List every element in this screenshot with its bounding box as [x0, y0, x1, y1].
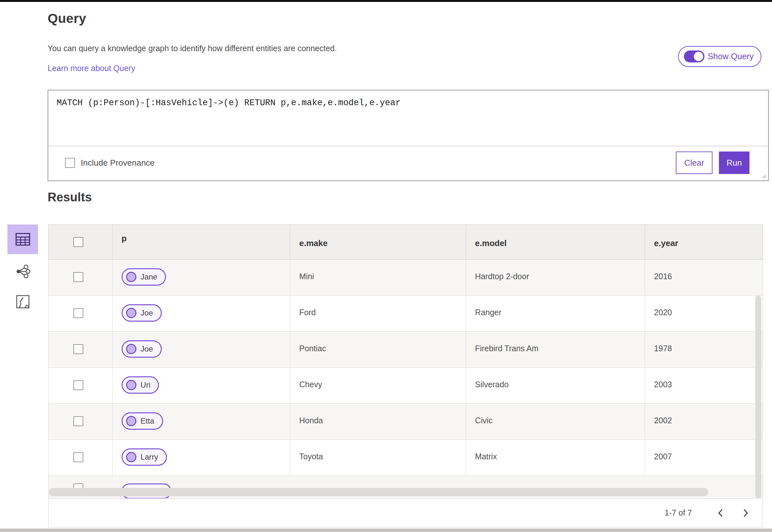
table-row: LarryToyotaMatrix2007 — [49, 440, 763, 476]
pagination-range-label: 1-7 of 7 — [665, 508, 692, 518]
entity-pill-label: Uri — [141, 381, 151, 390]
row-checkbox[interactable] — [73, 272, 83, 282]
query-input[interactable]: MATCH (p:Person)-[:HasVehicle]->(e) RETU… — [48, 90, 768, 146]
header-select-cell — [49, 225, 113, 259]
table-row: EttaHondaCivic2002 — [49, 404, 763, 440]
query-actions: Clear Run — [676, 151, 749, 174]
table-row: JoePontiacFirebird Trans Am1978 — [49, 332, 763, 368]
table-row: JaneMiniHardtop 2-door2016 — [49, 260, 763, 296]
row-checkbox[interactable] — [73, 308, 83, 318]
select-all-checkbox[interactable] — [73, 237, 83, 247]
table-icon — [15, 233, 30, 246]
entity-node-icon — [126, 272, 136, 282]
cell-p: Larry — [113, 440, 290, 475]
row-select-cell — [49, 368, 113, 403]
cell-e-make: Chevy — [290, 368, 466, 403]
entity-pill-label: Larry — [141, 453, 158, 462]
cell-e-make: Toyota — [290, 440, 466, 475]
column-header-e-model[interactable]: e.model — [466, 225, 645, 259]
results-table: p e.make e.model e.year JaneMiniHardtop … — [48, 225, 763, 527]
row-select-cell — [49, 404, 113, 439]
cell-e-model: Ranger — [466, 296, 645, 331]
next-page-button[interactable] — [739, 506, 753, 520]
clear-button[interactable]: Clear — [676, 151, 712, 174]
cell-e-year: 2020 — [645, 296, 763, 331]
resize-grip-icon[interactable] — [761, 174, 767, 179]
horizontal-scrollbar[interactable] — [49, 488, 708, 496]
page-title: Query — [48, 11, 86, 26]
cell-e-make: Pontiac — [290, 332, 466, 367]
column-header-e-year[interactable]: e.year — [645, 225, 763, 259]
cell-e-year: 1978 — [645, 332, 763, 367]
table-row: JoeFordRanger2020 — [49, 296, 763, 332]
cell-e-make: Mini — [290, 260, 466, 295]
query-panel-toolbar: Include Provenance Clear Run — [48, 146, 768, 179]
entity-node-icon — [126, 308, 136, 318]
table-body: JaneMiniHardtop 2-door2016JoeFordRanger2… — [48, 260, 763, 498]
cell-p: Uri — [113, 368, 290, 403]
table-header-row: p e.make e.model e.year — [48, 225, 763, 260]
entity-pill[interactable]: Joe — [122, 304, 162, 322]
toggle-knob — [694, 52, 703, 61]
column-header-p[interactable]: p — [113, 225, 290, 259]
cell-e-year: 2016 — [645, 260, 763, 295]
column-header-e-make[interactable]: e.make — [290, 225, 466, 259]
cell-p: Etta — [113, 404, 290, 439]
entity-node-icon — [126, 344, 136, 354]
entity-pill-label: Jane — [141, 272, 157, 281]
window-top-edge — [0, 0, 772, 2]
learn-more-link[interactable]: Learn more about Query — [48, 64, 135, 73]
entity-pill[interactable]: Etta — [122, 412, 163, 430]
row-checkbox[interactable] — [73, 344, 83, 354]
toggle-track-on[interactable] — [684, 50, 704, 62]
entity-pill[interactable]: Larry — [122, 448, 167, 466]
table-view-button[interactable] — [7, 225, 38, 254]
entity-pill-label: Etta — [141, 417, 154, 426]
cell-e-model: Silverado — [466, 368, 645, 403]
cell-e-model: Civic — [466, 404, 645, 439]
entity-pill-label: Joe — [141, 344, 153, 353]
cell-e-model: Firebird Trans Am — [466, 332, 645, 367]
chevron-right-icon — [743, 509, 749, 518]
map-view-button[interactable] — [7, 289, 38, 315]
include-provenance-option: Include Provenance — [65, 158, 155, 168]
entity-pill[interactable]: Joe — [122, 340, 162, 358]
graph-view-button[interactable] — [7, 259, 38, 284]
map-icon — [16, 295, 30, 308]
row-select-cell — [49, 440, 113, 475]
cell-p: Joe — [113, 332, 290, 367]
cell-e-year: 2007 — [645, 440, 763, 475]
table-row: UriChevySilverado2003 — [49, 368, 763, 404]
entity-pill-label: Joe — [141, 308, 153, 317]
link-chart-icon — [15, 264, 30, 279]
include-provenance-checkbox[interactable] — [65, 158, 75, 168]
show-query-toggle[interactable]: Show Query — [678, 46, 761, 67]
entity-node-icon — [126, 380, 136, 390]
cell-e-make: Ford — [290, 296, 466, 331]
previous-page-button[interactable] — [713, 506, 727, 520]
cell-e-model: Hardtop 2-door — [466, 260, 645, 295]
row-checkbox[interactable] — [73, 380, 83, 390]
row-select-cell — [49, 332, 113, 367]
entity-node-icon — [126, 452, 136, 462]
page-description: You can query a knowledge graph to ident… — [48, 44, 337, 53]
show-query-label: Show Query — [708, 51, 754, 61]
row-select-cell — [49, 260, 113, 295]
cell-e-year: 2003 — [645, 368, 763, 403]
table-footer: 1-7 of 7 — [48, 498, 763, 527]
run-button[interactable]: Run — [719, 151, 749, 174]
entity-pill[interactable]: Uri — [122, 376, 159, 394]
row-select-cell — [49, 296, 113, 331]
cell-p: Joe — [113, 296, 290, 331]
cell-p: Jane — [113, 260, 290, 295]
query-panel: MATCH (p:Person)-[:HasVehicle]->(e) RETU… — [48, 90, 769, 181]
row-checkbox[interactable] — [73, 452, 83, 462]
chevron-left-icon — [717, 509, 723, 518]
row-checkbox[interactable] — [73, 416, 83, 426]
vertical-scrollbar[interactable] — [755, 296, 761, 498]
include-provenance-label: Include Provenance — [81, 158, 155, 168]
entity-pill[interactable]: Jane — [122, 268, 166, 286]
cell-e-year: 2002 — [645, 404, 763, 439]
results-title: Results — [48, 190, 92, 204]
cell-e-make: Honda — [290, 404, 466, 439]
